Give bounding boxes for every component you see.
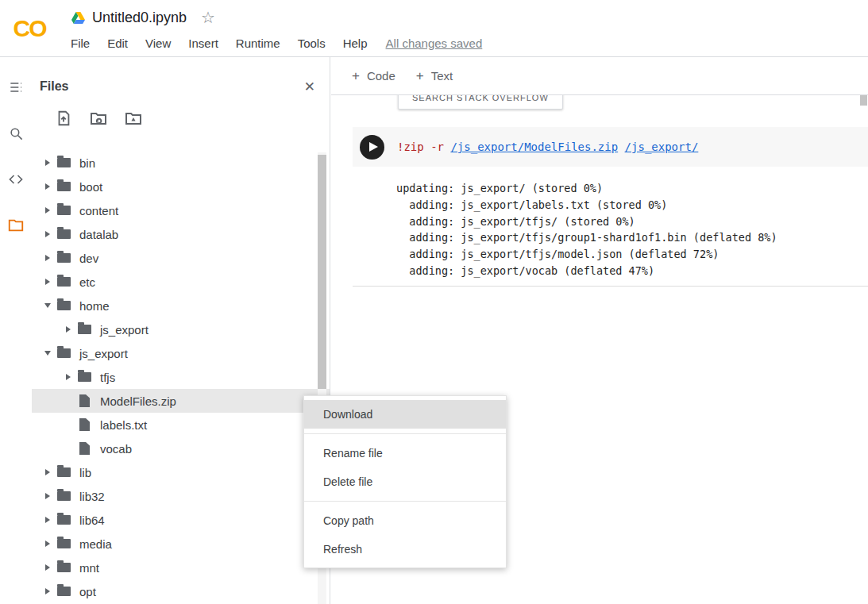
tree-item-labels-txt[interactable]: labels.txt: [32, 413, 330, 437]
mount-drive-icon[interactable]: [123, 108, 144, 129]
chevron-placeholder: [60, 389, 76, 413]
chevron-right-icon[interactable]: [40, 198, 56, 222]
close-icon[interactable]: ✕: [304, 79, 315, 95]
search-icon[interactable]: [5, 122, 27, 144]
tree-item-home[interactable]: home: [32, 294, 330, 317]
folder-icon: [57, 277, 71, 287]
menu-runtime[interactable]: Runtime: [227, 33, 289, 54]
chevron-right-icon[interactable]: [40, 270, 56, 294]
code-space: [618, 140, 624, 153]
menu-edit[interactable]: Edit: [98, 33, 137, 54]
tree-item-lib[interactable]: lib: [32, 460, 330, 484]
notebook-scrollbar-thumb[interactable]: [860, 95, 867, 106]
upload-file-icon[interactable]: [53, 108, 74, 129]
tree-item-media[interactable]: media: [32, 532, 330, 556]
plus-icon: +: [416, 68, 424, 84]
chevron-right-icon[interactable]: [40, 532, 56, 556]
context-menu-item-download[interactable]: Download: [304, 400, 506, 429]
chevron-right-icon[interactable]: [40, 246, 56, 270]
refresh-folder-icon[interactable]: [88, 108, 109, 129]
file-icon: [79, 394, 90, 407]
folder-icon: [57, 515, 71, 525]
chevron-right-icon[interactable]: [40, 151, 56, 175]
tree-item-lib64[interactable]: lib64: [32, 508, 330, 532]
chevron-down-icon[interactable]: [40, 294, 56, 317]
folder-icon: [57, 206, 71, 215]
chevron-right-icon[interactable]: [40, 222, 56, 246]
tree-item-datalab[interactable]: datalab: [32, 222, 330, 246]
star-icon[interactable]: ☆: [201, 8, 215, 27]
chevron-right-icon[interactable]: [40, 484, 56, 508]
tree-item-home-js-export[interactable]: js_export: [32, 317, 330, 341]
file-tree: bin boot content datalab dev: [32, 151, 330, 603]
add-code-button[interactable]: + Code: [342, 62, 405, 90]
chevron-right-icon[interactable]: [40, 556, 56, 579]
tree-item-dev[interactable]: dev: [32, 246, 330, 270]
menu-insert[interactable]: Insert: [179, 33, 227, 54]
tree-item-etc[interactable]: etc: [32, 270, 330, 294]
tree-item-vocab[interactable]: vocab: [32, 437, 330, 460]
context-menu-item-refresh[interactable]: Refresh: [304, 535, 506, 564]
chevron-right-icon[interactable]: [60, 365, 76, 389]
chevron-right-icon[interactable]: [40, 175, 56, 198]
file-icon: [79, 442, 90, 455]
tree-item-boot[interactable]: boot: [32, 175, 330, 198]
tree-item-label: dev: [79, 252, 98, 265]
tree-item-tfjs[interactable]: tfjs: [32, 365, 330, 389]
files-folder-icon[interactable]: [5, 214, 27, 237]
context-menu-item-delete-file[interactable]: Delete file: [304, 467, 506, 496]
search-stack-overflow-button[interactable]: SEARCH STACK OVERFLOW: [398, 95, 563, 110]
tree-item-js-export[interactable]: js_export: [32, 341, 330, 365]
chevron-right-icon[interactable]: [40, 460, 56, 484]
add-text-label: Text: [431, 69, 453, 83]
menu-help[interactable]: Help: [334, 33, 376, 54]
cell-output-text: updating: js_export/ (stored 0%) adding:…: [396, 180, 862, 279]
files-panel-title: Files: [40, 78, 68, 95]
file-icon: [79, 418, 90, 431]
tree-item-content[interactable]: content: [32, 198, 330, 222]
tree-item-label: home: [79, 299, 110, 313]
table-of-contents-icon[interactable]: [5, 76, 27, 98]
add-text-button[interactable]: + Text: [407, 62, 462, 90]
menu-divider: [304, 433, 506, 434]
run-cell-button[interactable]: [360, 135, 384, 160]
tree-item-label: content: [79, 204, 118, 217]
tree-item-label: vocab: [100, 442, 132, 456]
files-scrollbar-thumb[interactable]: [318, 155, 326, 389]
tree-item-label: opt: [79, 585, 96, 598]
chevron-down-icon[interactable]: [40, 341, 56, 365]
menu-file[interactable]: File: [62, 33, 98, 54]
chevron-right-icon[interactable]: [40, 579, 56, 603]
code-snippets-icon[interactable]: [5, 168, 27, 190]
tree-item-mnt[interactable]: mnt: [32, 556, 330, 579]
notebook-title[interactable]: Untitled0.ipynb: [92, 10, 187, 26]
tree-item-label: tfjs: [100, 371, 115, 384]
tree-item-label: lib32: [79, 490, 105, 503]
menu-view[interactable]: View: [137, 33, 179, 54]
cell-code-area[interactable]: !zip -r /js_export/ModelFiles.zip /js_ex…: [353, 127, 868, 167]
colab-logo[interactable]: CO: [0, 0, 59, 57]
context-menu-item-copy-path[interactable]: Copy path: [304, 506, 506, 535]
folder-icon: [57, 229, 71, 239]
menu-tools[interactable]: Tools: [289, 33, 334, 54]
path-link-2[interactable]: /js_export/: [625, 140, 699, 153]
tree-item-label: media: [79, 537, 112, 551]
cell-code-text[interactable]: !zip -r /js_export/ModelFiles.zip /js_ex…: [397, 140, 698, 153]
tree-item-lib32[interactable]: lib32: [32, 484, 330, 508]
tree-item-modelfiles-zip[interactable]: ModelFiles.zip: [32, 389, 330, 413]
tree-item-label: etc: [79, 275, 95, 289]
colab-window: CO Untitled0.ipynb ☆ File Edit View Inse…: [0, 0, 868, 604]
files-panel: Files ✕ bin: [32, 57, 330, 604]
code-cell[interactable]: !zip -r /js_export/ModelFiles.zip /js_ex…: [353, 127, 868, 287]
tree-item-label: mnt: [79, 561, 99, 575]
tree-item-opt[interactable]: opt: [32, 579, 330, 603]
save-status[interactable]: All changes saved: [386, 37, 483, 50]
context-menu-item-rename-file[interactable]: Rename file: [304, 439, 506, 467]
folder-icon: [57, 491, 71, 501]
google-drive-icon: [71, 12, 85, 24]
chevron-right-icon[interactable]: [60, 317, 76, 341]
chevron-right-icon[interactable]: [40, 508, 56, 532]
path-link-1[interactable]: /js_export/ModelFiles.zip: [450, 140, 618, 153]
tree-item-bin[interactable]: bin: [32, 151, 330, 175]
tree-item-label: bin: [79, 156, 95, 170]
